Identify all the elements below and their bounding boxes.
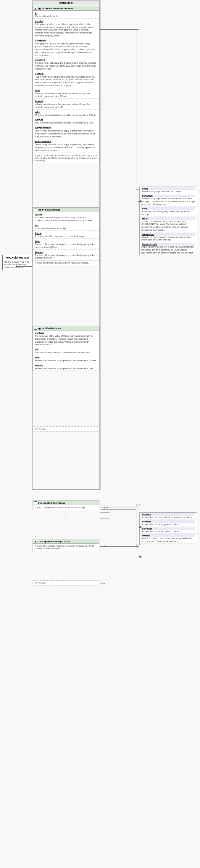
right-facet-label: facet <box>141 217 195 220</box>
attr-role-desc: Refines the semantics of the property - … <box>35 359 97 362</box>
right-narrower-label: narrower <box>141 527 195 530</box>
right-name: name A natural-language name for the con… <box>140 187 197 194</box>
attr-qcode-name: qcode <box>35 213 43 216</box>
flex-attributes-label: «grp» flexAttributes <box>38 209 60 211</box>
attr-pubconstraint-name: pubconstraint <box>35 140 52 143</box>
right-related-label: related <box>141 534 195 537</box>
right-name-desc: A natural-language name for the concept. <box>141 190 195 193</box>
expand-icon[interactable]: − <box>34 7 37 10</box>
concept-relationships-header: − ConceptRelationshipsGroup <box>33 539 99 544</box>
attr-modified: modified The date (and, optionally, the … <box>33 58 99 71</box>
attr-creator: creator If the property value is not def… <box>33 19 99 38</box>
attr-dir: dir The directionality of textual conten… <box>33 347 99 355</box>
attr-whyconstraint-desc: One or many constraints that apply to pu… <box>35 129 97 138</box>
right-broader-label: broader <box>141 520 195 523</box>
attr-creator-name: creator <box>35 20 44 23</box>
right-note-desc: Additional natural language information … <box>141 210 195 216</box>
concept-rel-expand[interactable]: − <box>34 540 37 543</box>
attr-role: role Refines the semantics of the proper… <box>33 355 99 363</box>
right-related: related A related concept, where the rel… <box>140 534 197 544</box>
multiplicity-rel-value: 0..∞ <box>136 544 140 546</box>
attr-role-name: role <box>35 356 40 359</box>
i18n-attributes-label: «grp» i18nAttributes <box>38 327 61 330</box>
attr-creatoruri-name: creatoruri <box>35 39 47 42</box>
attr-xmllang-desc: The language of the value of this proper… <box>35 335 97 346</box>
right-narrower: narrower An identifier of a more specifi… <box>140 527 197 534</box>
right-name-label: name <box>141 187 195 190</box>
attr-qcode: qcode A concept identifier expressed as … <box>33 212 99 223</box>
main-class-name: Flex1RolePropType <box>4 256 31 260</box>
attr-id-desc: The local identifier of the <box>35 15 97 18</box>
common-power-attributes-header: − «grp» commonPowerAttributes <box>33 6 99 11</box>
right-definition-label: definition <box>141 194 195 197</box>
concept-definition-header: − ConceptDefinitionGroup <box>33 501 99 505</box>
right-sameas: sameAs An identifier of a concept with e… <box>140 513 197 520</box>
attr-modified-name: modified <box>35 59 45 61</box>
attr-pubconstraint-desc: One or many constraints that apply to pu… <box>35 143 97 152</box>
attr-type-desc: The type of the concept assigned as cont… <box>35 243 97 249</box>
concept-relationships-desc: A group of properties required to descri… <box>33 544 99 551</box>
attr-custom-name: custom <box>35 72 44 75</box>
attr-typeuri-desc: The type of the concept assigned as cont… <box>35 254 97 260</box>
attr-roleuri-desc: Refines the semantics of the property - … <box>35 367 97 370</box>
right-remoteinfo-desc: A link to an item or a web resource whic… <box>141 236 195 242</box>
attr-uri-desc: A URI which identifies a concept <box>35 227 97 230</box>
attr-why: why Why the metadata has been included -… <box>33 110 99 118</box>
right-hierarchyinfo-desc: Represents the position of a concept in … <box>141 246 195 254</box>
right-related-desc: A related concept, where the relationshi… <box>141 537 195 543</box>
right-broader-desc: An identifier of a more general concept <box>141 523 195 526</box>
attr-id-name: id <box>35 12 38 14</box>
attr-custom: custom Flag to mark the corresponding pr… <box>33 71 99 88</box>
multiplicity-def-value: 0..∞ <box>136 503 140 506</box>
right-remoteinfo: remoteInfo A link to an item or a web re… <box>140 232 197 243</box>
right-definition-properties: name A natural-language name for the con… <box>139 187 197 255</box>
concept-definition-label: ConceptDefinitionGroup <box>38 502 65 504</box>
diagram-container: «attributes» − «grp» commonPowerAttribut… <box>0 0 200 868</box>
right-hierarchyinfo-label: hierarchyInfo <box>141 243 195 246</box>
attr-literal-desc: A concept identifier expressed as a free… <box>35 235 97 238</box>
right-narrower-desc: An identifier of a more specific concept <box>141 530 195 533</box>
attr-typeuri-name: typeuri <box>35 251 44 253</box>
right-facet-desc: In NAR 1.8 and later, facet is deprecate… <box>141 220 195 231</box>
left-arrow: ← <box>32 265 35 269</box>
attr-creatoruri: creatoruri If the property value is not … <box>33 38 99 58</box>
attr-uri: uri A URI which identifies a concept <box>33 223 99 231</box>
right-broader: broader An identifier of a more general … <box>140 520 197 527</box>
attr-how-desc: Indicates which means the value was extr… <box>35 92 97 98</box>
attr-creator-desc: If the property value is not defined, sp… <box>35 23 97 37</box>
flex-expand-icon[interactable]: − <box>34 208 37 211</box>
right-sameas-label: sameAs <box>141 513 195 516</box>
attr-how: how Indicates which means the value was … <box>33 88 99 99</box>
any-other-bottom: any #other <box>33 581 99 586</box>
flex-note: A group of attributes associated with fl… <box>33 260 99 265</box>
connector-lines <box>0 0 200 868</box>
attr-custom-desc: Flag to mark the corresponding property … <box>35 75 97 87</box>
right-hierarchyinfo: hierarchyInfo Represents the position of… <box>140 242 197 255</box>
right-definition-desc: A natural language definition of the sem… <box>141 197 195 206</box>
attr-uri-name: uri <box>35 224 39 227</box>
attr-why-desc: Why the metadata has been included - exp… <box>35 114 97 117</box>
attr-whyuri-desc: Why the metadata has been included - exp… <box>35 121 97 124</box>
attr-literal-name: literal <box>35 232 42 235</box>
attr-typeuri: typeuri The type of the concept assigned… <box>33 250 99 260</box>
attr-whyconstraint: whyconstraint One or many constraints th… <box>33 125 99 139</box>
concept-relationships-group: − ConceptRelationshipsGroup A group of p… <box>33 539 99 551</box>
bottom-multiplicity: 0..∞ <box>101 582 105 585</box>
multiplicity-def-label: ⋯ ⋯ <box>104 505 109 507</box>
common-power-attributes-group: − «grp» commonPowerAttributes id The loc… <box>33 6 99 163</box>
concept-definition-desc: A group of properties required to define… <box>33 505 99 510</box>
concept-rel-multiplicity: ⋯ 0..∞ <box>101 545 108 548</box>
diagram-svg <box>0 0 200 868</box>
attr-dir-desc: The directionality of textual content (b… <box>35 351 97 354</box>
attr-howuri-name: howuri <box>35 100 43 102</box>
attr-dir-name: dir <box>35 348 39 351</box>
i18n-expand-icon[interactable]: − <box>34 327 37 330</box>
common-power-note: A group of attributes for all elements o… <box>33 153 99 163</box>
attr-howuri-desc: Indicates which means the value was extr… <box>35 103 97 109</box>
attr-xmllang: xmllang The language of the value of thi… <box>33 331 99 347</box>
attr-type-name: type <box>35 240 40 243</box>
concept-relationships-label: ConceptRelationshipsGroup <box>38 540 70 543</box>
common-power-attributes-label: «grp» commonPowerAttributes <box>38 7 73 10</box>
attr-whyuri: whyuri Why the metadata has been include… <box>33 117 99 125</box>
concept-def-expand[interactable]: − <box>34 501 37 504</box>
